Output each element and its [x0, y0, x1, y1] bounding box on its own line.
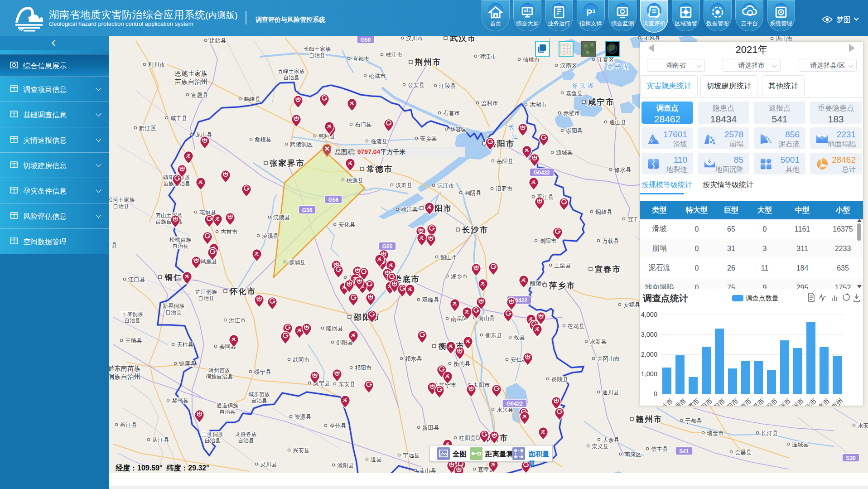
svg-text:建始县: 建始县	[209, 38, 227, 44]
svg-text:县: 县	[111, 242, 117, 248]
svg-text:团风县: 团风县	[643, 36, 661, 41]
svg-text:湘乡市: 湘乡市	[451, 273, 468, 280]
svg-text:安福县: 安福县	[623, 302, 641, 308]
svg-text:衡山县: 衡山县	[478, 315, 495, 321]
svg-text:自治县: 自治县	[124, 317, 140, 324]
svg-text:侗族自治州: 侗族自治州	[109, 373, 140, 380]
svg-text:连城县: 连城县	[792, 441, 809, 448]
svg-text:宜春市: 宜春市	[595, 265, 622, 274]
svg-text:荆州市: 荆州市	[415, 58, 442, 67]
svg-text:桃江县: 桃江县	[401, 207, 418, 213]
svg-text:灵川县: 灵川县	[260, 461, 277, 468]
svg-text:隆回县: 隆回县	[326, 325, 343, 332]
svg-text:绥宁县: 绥宁县	[254, 369, 271, 375]
svg-text:监利市: 监利市	[481, 100, 498, 107]
svg-text:咸丰县: 咸丰县	[170, 115, 188, 121]
svg-text:莲花县: 莲花县	[568, 323, 585, 329]
svg-text:张家界市: 张家界市	[270, 159, 305, 168]
svg-text:黔东南苗族: 黔东南苗族	[109, 365, 140, 372]
svg-text:武汉市: 武汉市	[449, 36, 477, 43]
svg-text:攸县: 攸县	[513, 334, 525, 341]
svg-text:G56: G56	[328, 197, 339, 203]
svg-text:永安市: 永安市	[858, 422, 868, 429]
svg-text:黔江区: 黔江区	[139, 125, 156, 131]
svg-text:芷江侗族: 芷江侗族	[195, 289, 217, 295]
svg-text:铜仁: 铜仁	[164, 273, 183, 282]
svg-text:江陵县: 江陵县	[439, 83, 456, 89]
svg-text:大余县: 大余县	[603, 437, 620, 443]
svg-text:自治县: 自治县	[198, 295, 214, 301]
svg-text:祁阳市: 祁阳市	[355, 365, 372, 371]
svg-text:自治县: 自治县	[204, 437, 221, 444]
svg-text:上栗县: 上栗县	[554, 262, 571, 269]
svg-text:自治县: 自治县	[113, 203, 129, 209]
svg-text:修水县: 修水县	[614, 167, 632, 173]
svg-text:洪湖市: 洪湖市	[530, 102, 547, 108]
svg-text:三穗县: 三穗县	[125, 338, 142, 344]
svg-text:沅陵县: 沅陵县	[273, 214, 290, 221]
svg-text:灌阳县: 灌阳县	[337, 462, 354, 469]
svg-text:宣恩县: 宣恩县	[191, 92, 208, 98]
svg-text:安化县: 安化县	[338, 222, 356, 228]
svg-text:吉首市: 吉首市	[221, 229, 238, 235]
svg-text:资源县: 资源县	[294, 414, 312, 420]
svg-text:武冈市: 武冈市	[292, 357, 310, 363]
svg-text:玉屏侗族: 玉屏侗族	[121, 311, 143, 317]
svg-text:萍乡市: 萍乡市	[549, 281, 576, 290]
svg-text:自治县: 自治县	[165, 309, 182, 315]
svg-text:从江县: 从江县	[152, 437, 169, 443]
svg-text:衡东县: 衡东县	[485, 332, 502, 339]
svg-text:通城县: 通城县	[556, 150, 573, 156]
svg-text:武陵源区: 武陵源区	[289, 141, 313, 148]
svg-text:沿河土家族: 沿河土家族	[109, 197, 135, 203]
svg-text:道县: 道县	[371, 456, 382, 463]
svg-text:于都县: 于都县	[685, 418, 702, 424]
svg-text:利川市: 利川市	[148, 62, 165, 68]
svg-text:湘阴县: 湘阴县	[464, 190, 482, 196]
svg-text:五峰土家族: 五峰土家族	[278, 68, 305, 74]
svg-text:梁子湖: 梁子湖	[607, 63, 631, 70]
svg-text:S41: S41	[679, 448, 689, 455]
svg-text:凤凰县: 凤凰县	[200, 258, 217, 265]
svg-text:桂阳县: 桂阳县	[458, 435, 476, 441]
svg-text:G0422: G0422	[506, 401, 523, 407]
svg-text:G56: G56	[302, 207, 313, 213]
svg-text:嘉鱼县: 嘉鱼县	[566, 90, 583, 97]
svg-text:鹤峰县: 鹤峰县	[244, 96, 261, 102]
svg-text:自治县: 自治县	[219, 409, 236, 415]
svg-text:华容县: 华容县	[450, 126, 467, 133]
svg-text:松滋市: 松滋市	[369, 73, 386, 79]
svg-text:祁东县: 祁东县	[405, 356, 422, 362]
svg-text:岳阳县: 岳阳县	[497, 158, 514, 165]
svg-text:侗族自治县: 侗族自治县	[206, 373, 233, 380]
svg-text:新晃侗族: 新晃侗族	[163, 303, 184, 309]
svg-text:瑞金市: 瑞金市	[707, 430, 724, 436]
svg-text:炎陵县: 炎陵县	[551, 376, 569, 382]
svg-text:城步苗族: 城步苗族	[248, 391, 270, 397]
svg-text:通道侗族: 通道侗族	[217, 402, 238, 409]
svg-text:枝江市: 枝江市	[386, 52, 403, 58]
svg-text:遂川县: 遂川县	[602, 389, 619, 396]
svg-text:G0422: G0422	[534, 169, 550, 176]
svg-text:自治县: 自治县	[283, 74, 299, 81]
svg-text:自治县: 自治县	[238, 437, 254, 444]
svg-text:双峰县: 双峰县	[422, 297, 439, 303]
svg-text:石门县: 石门县	[355, 121, 372, 128]
svg-text:咸宁市: 咸宁市	[588, 97, 615, 107]
svg-text:铜鼓县: 铜鼓县	[595, 209, 612, 215]
svg-text:P³: P³	[586, 8, 595, 18]
svg-text:常德市: 常德市	[366, 165, 393, 174]
svg-text:G55: G55	[382, 243, 393, 250]
svg-text:宜都市: 宜都市	[352, 56, 370, 62]
svg-text:信丰县: 信丰县	[651, 446, 668, 452]
svg-text:浏阳市: 浏阳市	[539, 238, 557, 244]
svg-text:南康区: 南康区	[624, 451, 641, 458]
svg-text:江: 江	[512, 132, 518, 140]
svg-text:赣州市: 赣州市	[636, 415, 663, 424]
svg-text:自治县: 自治县	[172, 243, 188, 249]
svg-text:怀化市: 怀化市	[229, 287, 256, 296]
svg-text:G50: G50	[361, 37, 371, 43]
svg-text:新田县: 新田县	[422, 425, 439, 431]
svg-text:苗族自治州: 苗族自治州	[175, 78, 208, 85]
svg-text:三江侗族: 三江侗族	[202, 431, 223, 437]
